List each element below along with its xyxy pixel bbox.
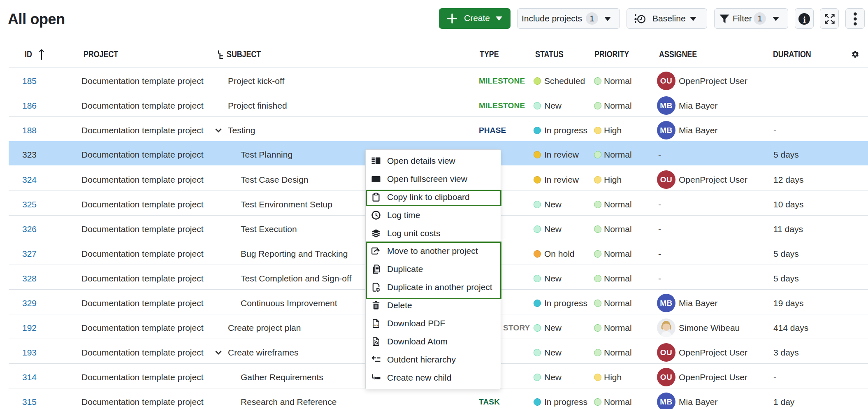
svg-text:i: i <box>803 14 805 25</box>
svg-text:PDF: PDF <box>374 324 379 327</box>
